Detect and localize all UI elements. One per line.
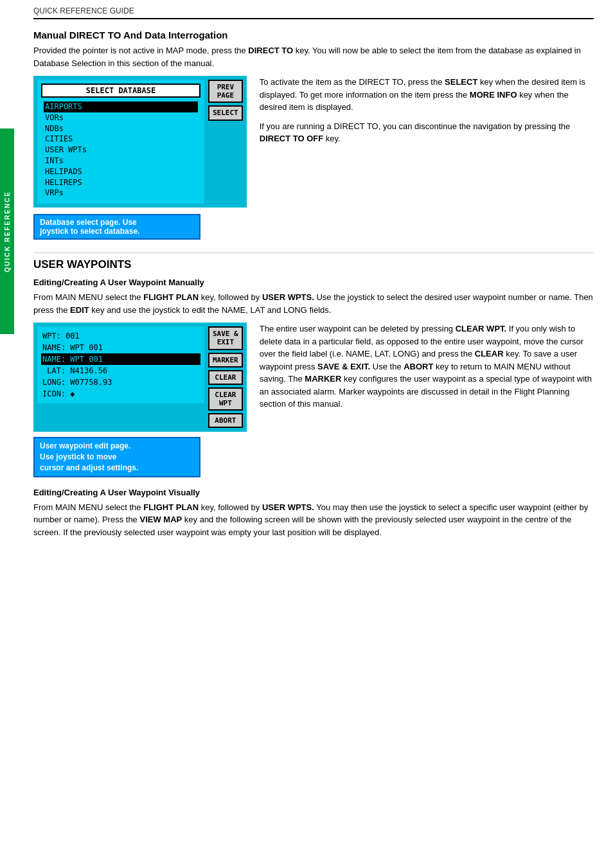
wpt-tip-box: User waypoint edit page.Use joystick to … — [33, 437, 200, 477]
section-user-waypoints: USER WAYPOINTS Editing/Creating A User W… — [33, 252, 594, 538]
wpt-field-icon: ICON: ◆ — [41, 388, 200, 400]
clear-button[interactable]: CLEAR — [208, 370, 243, 385]
section1-body1: Provided the pointer is not active in MA… — [33, 44, 594, 69]
db-buttons: PREVPAGE SELECT — [208, 80, 243, 121]
wpt-screen-container: WPT: 001 NAME: WPT 001 NAME: WPT 001 LAT… — [33, 323, 247, 477]
save-exit-button[interactable]: SAVE &EXIT — [208, 326, 243, 350]
user-wpt-heading: USER WAYPOINTS — [33, 252, 594, 271]
list-item: USER WPTs — [44, 145, 198, 155]
section1-title: Manual DIRECT TO And Data Interrogation — [33, 30, 594, 40]
list-item: INTs — [44, 155, 198, 166]
wpt-screen: WPT: 001 NAME: WPT 001 NAME: WPT 001 LAT… — [37, 326, 204, 403]
subsection2-title: Editing/Creating A User Waypoint Visuall… — [33, 488, 594, 497]
subsection-edit-visual: Editing/Creating A User Waypoint Visuall… — [33, 488, 594, 539]
wpt-field-long: LONG: W07758.93 — [41, 376, 200, 388]
list-item: AIRPORTS — [44, 102, 198, 112]
section1-right-text: To activate the item as the DIRECT TO, p… — [260, 76, 594, 152]
wpt-field-lat: LAT: N4136.56 — [41, 365, 200, 376]
list-item: CITIES — [44, 134, 198, 145]
clear-wpt-button[interactable]: CLEARWPT — [208, 387, 243, 411]
db-screen: SELECT DATABASE AIRPORTS VORs NDBs CITIE… — [37, 80, 204, 204]
db-screen-container: SELECT DATABASE AIRPORTS VORs NDBs CITIE… — [33, 76, 247, 240]
wpt-diagram-row: WPT: 001 NAME: WPT 001 NAME: WPT 001 LAT… — [33, 323, 594, 477]
sidebar-label: QUICK REFERENCE — [4, 191, 11, 272]
subsection2-body: From MAIN MENU select the FLIGHT PLAN ke… — [33, 501, 594, 539]
prev-page-button[interactable]: PREVPAGE — [208, 80, 243, 103]
list-item: HELIPADS — [44, 166, 198, 177]
list-item: VORs — [44, 112, 198, 123]
subsection-edit-manual: Editing/Creating A User Waypoint Manuall… — [33, 278, 594, 477]
list-item: HELIREPS — [44, 177, 198, 188]
select-button[interactable]: SELECT — [208, 105, 243, 120]
header-title: QUICK REFERENCE GUIDE — [33, 6, 134, 15]
wpt-field-name: NAME: WPT 001 — [41, 342, 200, 353]
wpt-buttons: SAVE &EXIT MARKER CLEAR CLEARWPT ABORT — [208, 326, 243, 428]
list-item: NDBs — [44, 123, 198, 134]
wpt-screen-box: WPT: 001 NAME: WPT 001 NAME: WPT 001 LAT… — [33, 323, 247, 432]
subsection1-right-text: The entire user waypoint can be deleted … — [260, 323, 594, 417]
db-tip-box: Database select page. Usejoystick to sel… — [33, 214, 200, 240]
db-list: AIRPORTS VORs NDBs CITIES USER WPTs INTs… — [41, 100, 200, 200]
marker-button[interactable]: MARKER — [208, 353, 243, 368]
wpt-field-wpt: WPT: 001 — [41, 330, 200, 342]
page-header: QUICK REFERENCE GUIDE — [33, 6, 594, 19]
subsection1-body: From MAIN MENU select the FLIGHT PLAN ke… — [33, 291, 594, 316]
abort-button[interactable]: ABORT — [208, 413, 243, 428]
section-direct-to: Manual DIRECT TO And Data Interrogation … — [33, 30, 594, 240]
section1-diagram-row: SELECT DATABASE AIRPORTS VORs NDBs CITIE… — [33, 76, 594, 240]
db-screen-title: SELECT DATABASE — [41, 84, 200, 98]
list-item: VRPs — [44, 188, 198, 199]
subsection1-title: Editing/Creating A User Waypoint Manuall… — [33, 278, 594, 287]
wpt-field-name-edit: NAME: WPT 001 — [41, 353, 200, 365]
sidebar: QUICK REFERENCE — [0, 128, 14, 334]
db-screen-box: SELECT DATABASE AIRPORTS VORs NDBs CITIE… — [33, 76, 247, 208]
